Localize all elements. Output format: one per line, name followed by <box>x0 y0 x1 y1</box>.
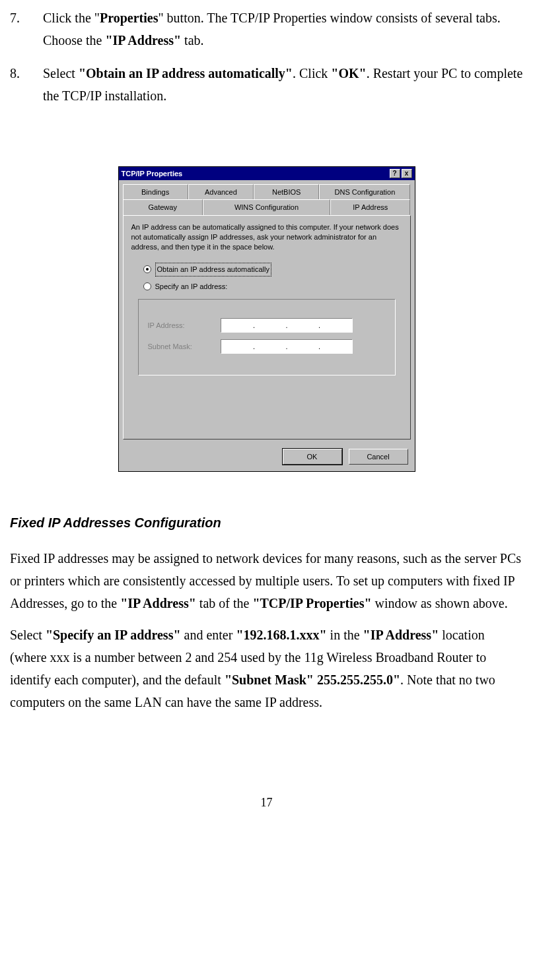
radio-icon <box>143 265 151 273</box>
text: . Click <box>293 66 331 81</box>
close-button[interactable]: x <box>402 169 412 178</box>
ip-address-input[interactable] <box>221 318 353 333</box>
ip-octet[interactable] <box>221 319 254 332</box>
bold-text: "Obtain an IP address automatically" <box>79 66 293 81</box>
text: in the <box>327 628 363 642</box>
bold-text: "Subnet Mask" 255.255.255.0" <box>225 672 400 687</box>
ip-address-row: IP Address: <box>148 318 386 333</box>
text: window as shown above. <box>372 596 508 610</box>
tcpip-properties-dialog: TCP/IP Properties ? x Bindings Advanced … <box>118 166 415 472</box>
section-paragraph-1: Fixed IP addresses may be assigned to ne… <box>10 547 523 614</box>
step-number: 8. <box>10 62 43 107</box>
subnet-mask-row: Subnet Mask: <box>148 339 386 354</box>
ip-octet[interactable] <box>287 340 320 353</box>
radio-label: Specify an IP address: <box>155 280 228 293</box>
section-heading: Fixed IP Addresses Configuration <box>10 511 523 534</box>
text: Click the " <box>43 11 100 25</box>
tab-dns-configuration[interactable]: DNS Configuration <box>319 184 410 200</box>
radio-obtain-auto[interactable]: Obtain an IP address automatically <box>143 263 402 277</box>
radio-icon <box>143 282 151 290</box>
tab-panel-ip-address: An IP address can be automatically assig… <box>123 215 411 440</box>
text: tab. <box>181 33 203 48</box>
titlebar: TCP/IP Properties ? x <box>119 167 415 180</box>
step-8: 8. Select "Obtain an IP address automati… <box>10 62 523 107</box>
bold-text: Properties <box>100 11 159 25</box>
text: tab of the <box>196 596 253 610</box>
bold-text: "Specify an IP address" <box>46 628 181 642</box>
step-body: Select "Obtain an IP address automatical… <box>43 62 523 107</box>
bold-text: "TCP/IP Properties" <box>252 596 371 610</box>
window-title: TCP/IP Properties <box>122 168 388 180</box>
radio-specify[interactable]: Specify an IP address: <box>143 280 402 293</box>
tab-wins-configuration[interactable]: WINS Configuration <box>203 199 330 216</box>
ok-button[interactable]: OK <box>283 449 342 465</box>
tab-ip-address[interactable]: IP Address <box>330 199 410 216</box>
subnet-mask-input[interactable] <box>221 339 353 354</box>
tab-gateway[interactable]: Gateway <box>123 199 203 216</box>
step-7: 7. Click the "Properties" button. The TC… <box>10 7 523 51</box>
ip-octet[interactable] <box>319 319 352 332</box>
radio-label: Obtain an IP address automatically <box>155 263 271 277</box>
tab-advanced[interactable]: Advanced <box>188 184 254 200</box>
tab-area: Bindings Advanced NetBIOS DNS Configurat… <box>119 180 415 443</box>
section-paragraph-2: Select "Specify an IP address" and enter… <box>10 624 523 713</box>
bold-text: "IP Address" <box>120 596 196 610</box>
instruction-list: 7. Click the "Properties" button. The TC… <box>10 7 523 107</box>
tab-netbios[interactable]: NetBIOS <box>254 184 319 200</box>
step-number: 7. <box>10 7 43 51</box>
dialog-figure: TCP/IP Properties ? x Bindings Advanced … <box>10 166 523 472</box>
ip-octet[interactable] <box>254 319 287 332</box>
tab-bindings[interactable]: Bindings <box>123 184 188 200</box>
text: and enter <box>181 628 236 642</box>
ip-address-label: IP Address: <box>148 319 221 332</box>
bold-text: "192.168.1.xxx" <box>236 628 326 642</box>
cancel-button[interactable]: Cancel <box>349 449 408 465</box>
ip-octet[interactable] <box>287 319 320 332</box>
ip-octet[interactable] <box>254 340 287 353</box>
bold-text: "IP Address" <box>363 628 439 642</box>
page-number: 17 <box>10 793 523 813</box>
tab-row-front: Gateway WINS Configuration IP Address <box>123 199 411 216</box>
subnet-mask-label: Subnet Mask: <box>148 341 221 353</box>
ip-octet[interactable] <box>319 340 352 353</box>
step-body: Click the "Properties" button. The TCP/I… <box>43 7 523 51</box>
ip-group-box: IP Address: Subnet Mask: <box>138 299 396 376</box>
text: Select <box>10 628 46 642</box>
help-button[interactable]: ? <box>390 169 400 178</box>
ip-octet[interactable] <box>221 340 254 353</box>
bold-text: "OK" <box>331 66 366 81</box>
bold-text: "IP Address" <box>105 33 181 48</box>
tab-row-back: Bindings Advanced NetBIOS DNS Configurat… <box>123 184 411 200</box>
panel-description: An IP address can be automatically assig… <box>131 222 402 252</box>
dialog-buttons: OK Cancel <box>119 443 415 471</box>
text: Select <box>43 66 79 81</box>
